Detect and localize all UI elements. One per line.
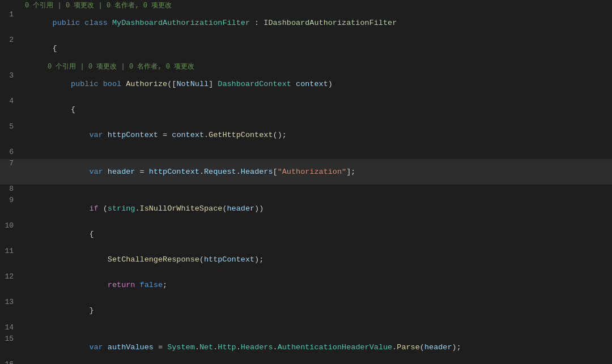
meta-line-1: 0 个引用 | 0 项更改 | 0 名作者, 0 项更改: [0, 0, 612, 10]
code-line-6: 6: [0, 148, 612, 159]
code-line-9: 9 if (string.IsNullOrWhiteSpace(header)): [0, 196, 612, 221]
meta-line-2: 0 个引用 | 0 项更改 | 0 名作者, 0 项更改: [0, 61, 612, 71]
meta-text-1: 0 个引用 | 0 项更改 | 0 名作者, 0 项更改: [0, 1, 172, 10]
code-line-11: 11 SetChallengeResponse(httpContext);: [0, 247, 612, 272]
code-line-13: 13 }: [0, 298, 612, 323]
code-editor[interactable]: 0 个引用 | 0 项更改 | 0 名作者, 0 项更改 1 public cl…: [0, 0, 612, 364]
code-line-5: 5 var httpContext = context.GetHttpConte…: [0, 122, 612, 148]
code-line-16: 16: [0, 360, 612, 364]
code-line-4: 4 {: [0, 97, 612, 122]
code-line-14: 14: [0, 323, 612, 335]
code-line-2: 2 {: [0, 36, 612, 61]
code-line-1: 1 public class MyDashboardAuthorizationF…: [0, 10, 612, 36]
code-line-8: 8: [0, 185, 612, 196]
code-line-15: 15 var authValues = System.Net.Http.Head…: [0, 335, 612, 360]
code-line-10: 10 {: [0, 221, 612, 247]
code-line-7: 7 var header = httpContext.Request.Heade…: [0, 159, 612, 185]
code-line-12: 12 return false;: [0, 272, 612, 298]
code-line-3: 3 public bool Authorize([NotNull] Dashbo…: [0, 71, 612, 97]
